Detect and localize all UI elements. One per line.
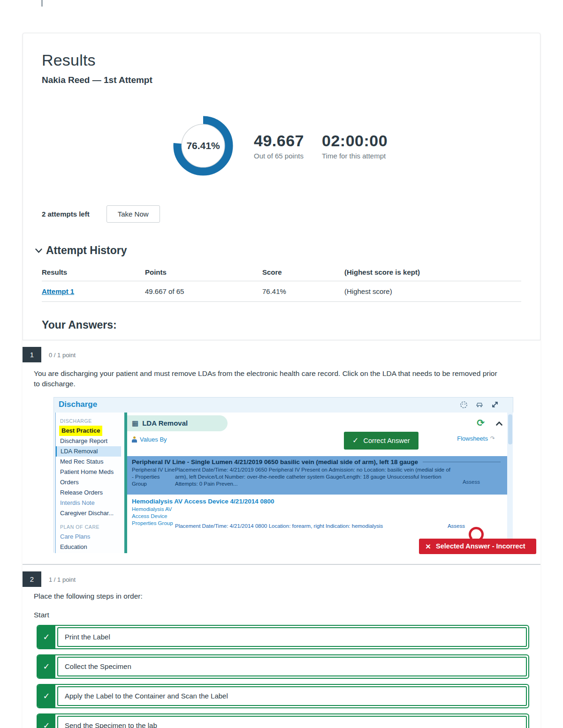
values-by-link[interactable]: Values By [132,436,167,443]
question-2-panel: 2 1 / 1 point Place the following steps … [23,565,540,728]
question-2-header: 2 1 / 1 point [23,565,540,587]
check-icon: ✓ [38,685,55,707]
time-stat: 02:00:00 Time for this attempt [322,132,388,160]
correct-answer-badge: ✓ Correct Answer [344,432,418,450]
page-title: Results [42,51,521,69]
lda-group-label: Hemodialysis AV Access Device Properties… [132,506,175,530]
lda-removal-panel-title: ▦ LDA Removal [127,415,228,431]
question-1-points: 0 / 1 point [49,352,76,359]
time-caption: Time for this attempt [322,152,388,160]
points-caption: Out of 65 points [254,152,304,160]
smiley-icon[interactable] [460,401,468,409]
sidebar-item-discharge-report[interactable]: Discharge Report [60,436,124,446]
col-results: Results [42,265,145,281]
lda-row-peripheral-iv[interactable]: Peripheral IV Line - Single Lumen 4/21/2… [127,456,508,495]
check-icon: ✓ [352,436,358,445]
step-item-send-specimen[interactable]: ✓ Send the Specimen to the lab [37,713,529,728]
question-1-header: 1 0 / 1 point [23,340,540,363]
donut-percent-label: 76.41% [170,113,236,179]
incorrect-answer-badge: × Selected Answer - Incorrect [419,539,536,554]
lda-rows: Peripheral IV Line - Single Lumen 4/21/2… [127,456,508,548]
assess-link[interactable]: Assess [453,479,480,488]
attempts-row: 2 attempts left Take Now [42,205,521,223]
sidebar-item-interdis-note[interactable]: Interdis Note [60,498,124,508]
question-1-number-badge: 1 [23,347,41,362]
question-2-prompt: Place the following steps in order: [23,587,540,600]
step-item-print-label[interactable]: ✓ Print the Label [37,625,529,649]
ordered-steps: ✓ Print the Label ✓ Collect the Specimen… [37,625,529,728]
step-label: Send the Specimen to the lab [57,716,527,728]
expand-icon[interactable] [491,401,499,409]
your-answers-heading: Your Answers: [42,319,521,331]
question-2-number-badge: 2 [23,571,41,587]
chevron-up-icon[interactable] [496,420,502,427]
lda-details: Placement Date/Time: 4/21/2019 0650 Peri… [175,466,453,488]
sidebar-item-patient-home-meds[interactable]: Patient Home Meds [60,467,124,477]
sidebar-item-caregiver-discharge[interactable]: Caregiver Dischar... [60,508,124,518]
panel-scrollbar [507,413,513,553]
lda-details: Placement Date/Time: 4/21/2014 0800 Loca… [175,523,438,530]
check-icon: ✓ [38,655,55,678]
attempt-note-cell: (Highest score) [344,281,521,302]
attempt-history-heading: Attempt History [46,244,127,257]
lda-removal-panel: ▦ LDA Removal ⟳ Values By Flowsheets ↷ [124,413,514,553]
col-points: Points [145,265,262,281]
table-grid-icon: ▦ [132,419,138,428]
attempt-score-cell: 76.41% [262,281,344,302]
step-label: Collect the Specimen [57,657,527,676]
ehr-titlebar: Discharge [54,398,513,413]
page-top-artifact [41,0,43,7]
question-1-panel: 1 0 / 1 point You are discharging your p… [23,340,540,565]
attempt-history-table: Results Points Score (Highest score is k… [42,265,521,302]
sidebar-item-best-practice[interactable]: Best Practice [59,426,102,436]
table-row: Attempt 1 49.667 of 65 76.41% (Highest s… [42,281,521,302]
sidebar-section-plan-of-care: PLAN OF CARE [60,524,124,530]
question-1-text: You are discharging your patient and mus… [23,363,540,390]
step-label: Apply the Label to the Container and Sca… [57,686,527,706]
ehr-screenshot: Discharge DIS [53,397,513,553]
col-score: Score [262,265,344,281]
attempts-left-label: 2 attempts left [42,210,90,218]
ehr-window-title: Discharge [59,400,97,409]
step-item-apply-label-scan[interactable]: ✓ Apply the Label to the Container and S… [37,684,529,708]
check-icon: ✓ [38,714,55,728]
car-icon[interactable] [475,401,484,409]
sidebar-item-lda-removal[interactable]: LDA Removal [55,446,121,457]
question-2-points: 1 / 1 point [49,576,76,583]
check-icon: ✓ [38,626,55,648]
sidebar-item-release-orders[interactable]: Release Orders [60,488,124,498]
results-card: Results Nakia Reed — 1st Attempt 76.41% … [23,33,540,728]
attempt-history-toggle[interactable]: Attempt History [35,244,521,257]
attempt-1-link[interactable]: Attempt 1 [42,287,74,295]
step-item-collect-specimen[interactable]: ✓ Collect the Specimen [37,654,529,679]
title-rule [423,462,501,462]
scrollbar-thumb[interactable] [508,414,512,444]
student-attempt-subtitle: Nakia Reed — 1st Attempt [42,75,521,85]
refresh-icon[interactable]: ⟳ [477,417,485,428]
chevron-down-icon [35,248,42,253]
person-icon [132,436,137,443]
cross-icon: × [426,542,431,551]
flowsheets-link[interactable]: Flowsheets ↷ [457,435,495,442]
sidebar-item-care-plans[interactable]: Care Plans [60,532,124,542]
points-value: 49.667 [254,132,304,150]
score-summary: 76.41% 49.667 Out of 65 points 02:00:00 … [42,111,521,181]
assess-link[interactable]: Assess [438,523,465,530]
sidebar-item-med-rec-status[interactable]: Med Rec Status [60,457,124,467]
points-stat: 49.667 Out of 65 points [254,132,304,160]
goto-icon: ↷ [490,435,495,442]
ehr-sidebar: DISCHARGE Best Practice Discharge Report… [54,413,124,553]
sidebar-item-education[interactable]: Education [60,542,124,552]
lda-group-label: Peripheral IV Line - Properties Group [132,466,175,488]
col-kept-note: (Highest score is kept) [344,265,521,281]
sidebar-section-discharge: DISCHARGE [60,418,124,424]
attempt-points-cell: 49.667 of 65 [145,281,262,302]
start-label: Start [23,600,540,619]
score-donut-chart: 76.41% [170,113,236,179]
take-now-button[interactable]: Take Now [107,205,160,223]
sidebar-item-orders[interactable]: Orders [60,477,124,488]
time-value: 02:00:00 [322,132,388,150]
step-label: Print the Label [57,627,527,647]
